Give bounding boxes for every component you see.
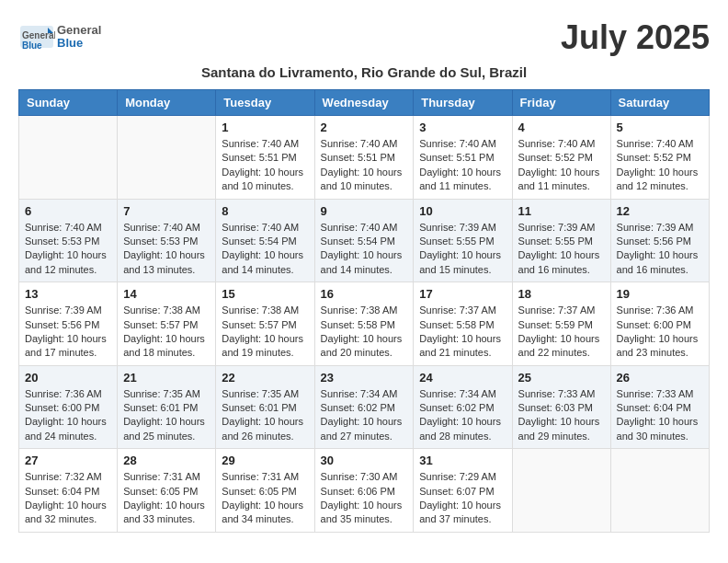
calendar-day-cell: 30Sunrise: 7:30 AMSunset: 6:06 PMDayligh… [314, 449, 414, 533]
calendar-day-cell: 28Sunrise: 7:31 AMSunset: 6:05 PMDayligh… [118, 449, 216, 533]
calendar-day-cell: 27Sunrise: 7:32 AMSunset: 6:04 PMDayligh… [19, 449, 118, 533]
day-detail: Sunrise: 7:38 AMSunset: 5:57 PMDaylight:… [222, 304, 308, 361]
day-number: 18 [518, 287, 605, 301]
day-number: 26 [617, 371, 703, 385]
calendar-day-cell: 5Sunrise: 7:40 AMSunset: 5:52 PMDaylight… [610, 116, 709, 200]
day-detail: Sunrise: 7:33 AMSunset: 6:04 PMDaylight:… [617, 387, 703, 444]
calendar-day-cell: 10Sunrise: 7:39 AMSunset: 5:55 PMDayligh… [414, 199, 512, 282]
day-number: 11 [518, 204, 605, 218]
day-detail: Sunrise: 7:32 AMSunset: 6:04 PMDaylight:… [25, 470, 111, 527]
calendar-week-row: 20Sunrise: 7:36 AMSunset: 6:00 PMDayligh… [19, 365, 710, 449]
day-detail: Sunrise: 7:40 AMSunset: 5:54 PMDaylight:… [321, 221, 408, 278]
day-detail: Sunrise: 7:40 AMSunset: 5:51 PMDaylight:… [321, 137, 408, 194]
day-detail: Sunrise: 7:30 AMSunset: 6:06 PMDaylight:… [321, 470, 408, 527]
day-number: 13 [25, 287, 111, 301]
day-detail: Sunrise: 7:31 AMSunset: 6:05 PMDaylight:… [123, 470, 210, 527]
day-number: 8 [222, 204, 308, 218]
day-detail: Sunrise: 7:29 AMSunset: 6:07 PMDaylight:… [419, 470, 506, 527]
day-number: 21 [123, 371, 210, 385]
calendar-week-row: 1Sunrise: 7:40 AMSunset: 5:51 PMDaylight… [19, 116, 710, 200]
calendar-week-row: 13Sunrise: 7:39 AMSunset: 5:56 PMDayligh… [19, 282, 710, 366]
day-detail: Sunrise: 7:33 AMSunset: 6:03 PMDaylight:… [518, 387, 605, 444]
calendar-header-friday: Friday [512, 90, 610, 116]
calendar-day-cell [610, 449, 709, 533]
day-number: 5 [617, 121, 703, 134]
calendar-table: SundayMondayTuesdayWednesdayThursdayFrid… [18, 89, 710, 533]
day-number: 27 [25, 454, 111, 467]
calendar-day-cell: 23Sunrise: 7:34 AMSunset: 6:02 PMDayligh… [314, 365, 414, 449]
calendar-day-cell: 15Sunrise: 7:38 AMSunset: 5:57 PMDayligh… [216, 282, 314, 366]
day-number: 9 [321, 204, 408, 218]
day-number: 4 [518, 121, 605, 134]
calendar-week-row: 27Sunrise: 7:32 AMSunset: 6:04 PMDayligh… [19, 449, 710, 533]
calendar-header-row: SundayMondayTuesdayWednesdayThursdayFrid… [19, 90, 710, 116]
day-detail: Sunrise: 7:40 AMSunset: 5:52 PMDaylight:… [617, 137, 703, 194]
day-number: 2 [321, 121, 408, 134]
calendar-header-sunday: Sunday [19, 90, 118, 116]
day-detail: Sunrise: 7:40 AMSunset: 5:51 PMDaylight:… [419, 137, 506, 194]
calendar-day-cell: 17Sunrise: 7:37 AMSunset: 5:58 PMDayligh… [414, 282, 512, 366]
calendar-day-cell [512, 449, 610, 533]
day-detail: Sunrise: 7:36 AMSunset: 6:00 PMDaylight:… [25, 387, 111, 444]
calendar-day-cell: 25Sunrise: 7:33 AMSunset: 6:03 PMDayligh… [512, 365, 610, 449]
day-detail: Sunrise: 7:31 AMSunset: 6:05 PMDaylight:… [222, 470, 308, 527]
calendar-day-cell: 13Sunrise: 7:39 AMSunset: 5:56 PMDayligh… [19, 282, 118, 366]
day-number: 23 [321, 371, 408, 385]
calendar-day-cell [19, 116, 118, 200]
calendar-day-cell: 24Sunrise: 7:34 AMSunset: 6:02 PMDayligh… [414, 365, 512, 449]
calendar-day-cell [118, 116, 216, 200]
calendar-day-cell: 3Sunrise: 7:40 AMSunset: 5:51 PMDaylight… [414, 116, 512, 200]
day-number: 1 [222, 121, 308, 134]
day-number: 24 [419, 371, 506, 385]
calendar-day-cell: 19Sunrise: 7:36 AMSunset: 6:00 PMDayligh… [610, 282, 709, 366]
logo-general: General [57, 24, 101, 37]
day-detail: Sunrise: 7:37 AMSunset: 5:59 PMDaylight:… [518, 304, 605, 361]
calendar-day-cell: 20Sunrise: 7:36 AMSunset: 6:00 PMDayligh… [19, 365, 118, 449]
calendar-day-cell: 2Sunrise: 7:40 AMSunset: 5:51 PMDaylight… [314, 116, 414, 200]
calendar-day-cell: 31Sunrise: 7:29 AMSunset: 6:07 PMDayligh… [414, 449, 512, 533]
calendar-day-cell: 22Sunrise: 7:35 AMSunset: 6:01 PMDayligh… [216, 365, 314, 449]
day-detail: Sunrise: 7:40 AMSunset: 5:51 PMDaylight:… [222, 137, 308, 194]
day-number: 30 [321, 454, 408, 467]
day-number: 29 [222, 454, 308, 467]
day-detail: Sunrise: 7:38 AMSunset: 5:58 PMDaylight:… [321, 304, 408, 361]
day-detail: Sunrise: 7:39 AMSunset: 5:55 PMDaylight:… [419, 221, 506, 278]
day-number: 28 [123, 454, 210, 467]
day-number: 10 [419, 204, 506, 218]
day-number: 6 [25, 204, 111, 218]
day-detail: Sunrise: 7:35 AMSunset: 6:01 PMDaylight:… [222, 387, 308, 444]
logo: General Blue General Blue [18, 18, 101, 55]
svg-text:Blue: Blue [22, 40, 42, 51]
calendar-header-saturday: Saturday [610, 90, 709, 116]
calendar-header-tuesday: Tuesday [216, 90, 314, 116]
calendar-day-cell: 1Sunrise: 7:40 AMSunset: 5:51 PMDaylight… [216, 116, 314, 200]
calendar-header-monday: Monday [118, 90, 216, 116]
day-detail: Sunrise: 7:34 AMSunset: 6:02 PMDaylight:… [419, 387, 506, 444]
day-number: 25 [518, 371, 605, 385]
calendar-day-cell: 11Sunrise: 7:39 AMSunset: 5:55 PMDayligh… [512, 199, 610, 282]
month-title: July 2025 [561, 18, 710, 57]
calendar-day-cell: 16Sunrise: 7:38 AMSunset: 5:58 PMDayligh… [314, 282, 414, 366]
day-detail: Sunrise: 7:39 AMSunset: 5:55 PMDaylight:… [518, 221, 605, 278]
day-detail: Sunrise: 7:34 AMSunset: 6:02 PMDaylight:… [321, 387, 408, 444]
day-detail: Sunrise: 7:39 AMSunset: 5:56 PMDaylight:… [25, 304, 111, 361]
day-detail: Sunrise: 7:37 AMSunset: 5:58 PMDaylight:… [419, 304, 506, 361]
day-number: 20 [25, 371, 111, 385]
logo-icon: General Blue [18, 18, 55, 55]
calendar-day-cell: 7Sunrise: 7:40 AMSunset: 5:53 PMDaylight… [118, 199, 216, 282]
day-number: 22 [222, 371, 308, 385]
calendar-day-cell: 21Sunrise: 7:35 AMSunset: 6:01 PMDayligh… [118, 365, 216, 449]
logo-blue: Blue [57, 37, 101, 50]
calendar-day-cell: 12Sunrise: 7:39 AMSunset: 5:56 PMDayligh… [610, 199, 709, 282]
calendar-week-row: 6Sunrise: 7:40 AMSunset: 5:53 PMDaylight… [19, 199, 710, 282]
day-number: 7 [123, 204, 210, 218]
calendar-day-cell: 8Sunrise: 7:40 AMSunset: 5:54 PMDaylight… [216, 199, 314, 282]
calendar-day-cell: 6Sunrise: 7:40 AMSunset: 5:53 PMDaylight… [19, 199, 118, 282]
day-number: 16 [321, 287, 408, 301]
day-number: 15 [222, 287, 308, 301]
day-detail: Sunrise: 7:39 AMSunset: 5:56 PMDaylight:… [617, 221, 703, 278]
day-number: 19 [617, 287, 703, 301]
calendar-header-thursday: Thursday [414, 90, 512, 116]
day-detail: Sunrise: 7:40 AMSunset: 5:53 PMDaylight:… [25, 221, 111, 278]
day-detail: Sunrise: 7:40 AMSunset: 5:54 PMDaylight:… [222, 221, 308, 278]
